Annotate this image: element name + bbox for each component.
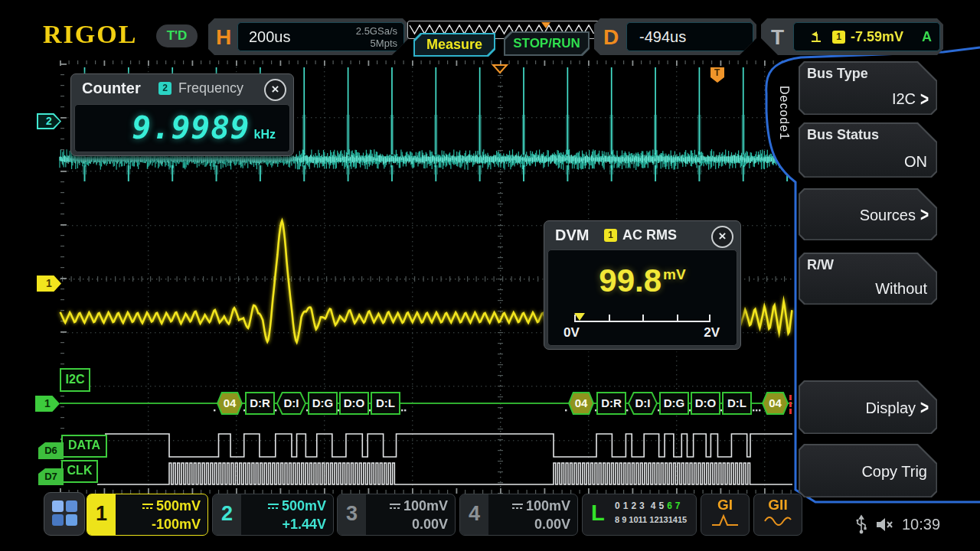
trigger-sweep-mode: A [922,29,932,45]
h-label: H [216,25,231,50]
channel1-number: 1 [87,494,116,535]
trigger-type-icon [809,30,823,44]
channel4-scale: 100mV [526,498,570,514]
menu-item-value: Copy Trig [861,463,927,481]
chevron-right-icon: > [920,204,929,227]
menu-item-value: ON [904,153,927,171]
menu-item-label: R/W [807,257,834,273]
menu-item-label: Bus Type [807,66,868,82]
channel4-number: 4 [460,494,488,535]
channel2-number: 2 [213,494,241,535]
tab-decode1[interactable]: Decode1 [771,70,791,156]
menu-item-value: Display [865,399,916,417]
chevron-right-icon: > [920,88,929,111]
pulse-waveform-icon [701,514,749,529]
chevron-right-icon: > [920,396,929,419]
dc-coupling-icon [390,502,400,510]
channel2-button[interactable]: 2 500mV +1.44V [212,494,334,536]
channel1-offset: -100mV [116,515,201,533]
menu-item-sources[interactable]: Sources > [799,188,937,240]
gen1-label: GI [701,497,749,514]
channel3-offset: 0.00V [367,515,448,533]
trigger-box: 1 -7.59mV A [793,22,940,51]
menu-item-display[interactable]: Display > [799,380,937,434]
menu-item-value: I2C [892,90,916,108]
channel3-number: 3 [338,494,366,535]
horizontal-settings[interactable]: H 200us 2.5GSa/s 5Mpts [208,18,409,55]
menu-grid-button[interactable] [44,492,85,536]
gen1-button[interactable]: GI [701,494,750,536]
t-label: T [771,25,784,50]
timebase-value: 200us [249,28,291,46]
logic-label: L [591,500,605,526]
menu-item-rw[interactable]: R/W Without [799,253,937,305]
trigger-status-badge: T'D [156,24,198,47]
delay-box: -494us [626,22,753,51]
memory-depth: 5Mpts [356,37,397,50]
menu-item-label: Bus Status [807,127,879,143]
channel1-scale: 500mV [156,498,201,514]
sample-rate: 2.5GSa/s [356,25,397,37]
delay-settings[interactable]: D -494us [594,18,756,55]
sine-waveform-icon [754,514,802,529]
trigger-source-badge: 1 [832,31,845,44]
stop-run-button-label: STOP/RUN [504,31,590,56]
delay-value: -494us [639,28,686,46]
trigger-settings[interactable]: T 1 -7.59mV A [761,18,943,55]
measure-button-label: Measure [413,33,495,57]
rigol-logo: RIGOL [43,20,137,49]
menu-item-bus-type[interactable]: Bus Type I2C > [799,61,937,115]
gen2-label: GII [754,497,802,514]
menu-item-copy-trig[interactable]: Copy Trig [799,444,937,497]
usb-icon [854,514,868,534]
channel2-offset: +1.44V [242,515,326,533]
oscilloscope-screen: 04D:RD:ID:GD:OD:L04D:RD:ID:GD:OD:L04 2 1… [0,0,980,551]
dc-coupling-icon [142,502,153,510]
channel3-scale: 100mV [403,498,448,514]
channel4-offset: 0.00V [489,515,570,533]
dc-coupling-icon [512,502,523,510]
logic-analyzer-button[interactable]: L 01234567 8 9 1011 12131415 [582,494,697,536]
speaker-muted-icon [876,517,896,532]
clock: 10:39 [902,516,940,533]
trigger-level-value: -7.59mV [851,29,903,45]
gen2-button[interactable]: GII [753,494,802,536]
d-label: D [603,25,619,50]
menu-item-value: Sources [860,207,916,224]
dc-coupling-icon [268,502,279,510]
menu-item-value: Without [875,280,927,298]
logic-row2: 8 9 1011 12131415 [615,515,687,524]
grid-icon [52,500,64,512]
channel3-button[interactable]: 3 100mV 0.00V [337,494,456,536]
channel1-button[interactable]: 1 500mV -100mV [87,494,208,536]
stop-run-button[interactable]: STOP/RUN [504,31,590,56]
channel2-scale: 500mV [282,498,326,514]
timebase-box: 200us 2.5GSa/s 5Mpts [237,22,404,51]
menu-item-bus-status[interactable]: Bus Status ON [799,122,937,178]
acquisition-info: 2.5GSa/s 5Mpts [356,25,397,50]
measure-button[interactable]: Measure [413,33,495,57]
overview-trigger-marker[interactable] [541,22,550,28]
channel4-button[interactable]: 4 100mV 0.00V [459,494,578,536]
